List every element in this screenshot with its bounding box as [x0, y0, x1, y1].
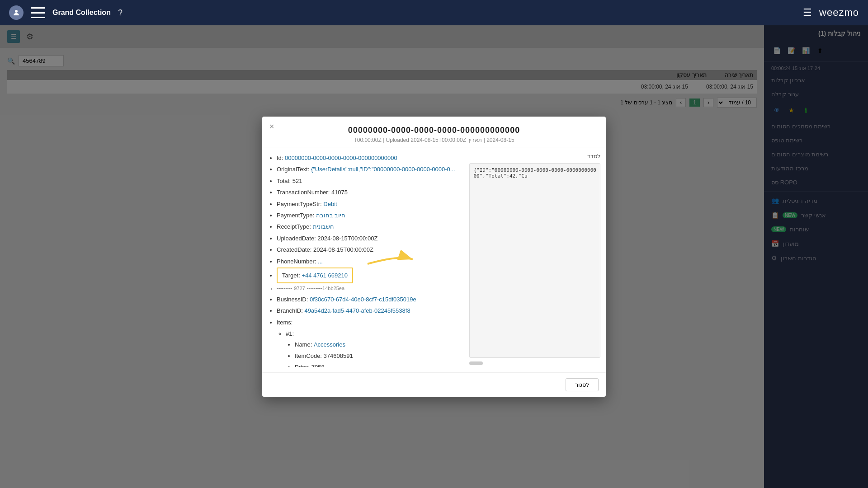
modal-body: Id: 00000000-0000-0000-0000-000000000000…: [262, 147, 606, 372]
item-1-code: ItemCode: 374608591: [295, 351, 464, 361]
json-label: לסדר: [469, 153, 600, 160]
navbar-right: ☰ weezmo: [803, 7, 859, 19]
modal-footer: לסגור: [262, 372, 606, 397]
field-business-id: BusinessID: 0f30c670-67d4-40e0-8cf7-c15d…: [277, 294, 464, 305]
hamburger-icon[interactable]: ☰: [803, 7, 812, 19]
field-created-date: CreatedDate: 2024-08-15T00:00:00Z: [277, 244, 464, 255]
json-text: {"ID":"00000000-0000-0000-0000-000000000…: [473, 167, 596, 179]
modal-json-panel: לסדר {"ID":"00000000-0000-0000-0000-0000…: [469, 153, 600, 367]
main-area: ☰ ⚙ 🔍 תאריך יצירה תאריך עסקון 15-אוג-24 …: [0, 25, 868, 488]
field-transaction-number: TransactionNumber: 41075: [277, 187, 464, 197]
field-id: Id: 00000000-0000-0000-0000-000000000000: [277, 153, 464, 163]
modal-close-btn[interactable]: ×: [269, 122, 274, 131]
receipt-modal: × 00000000-0000-0000-0000-000000000000 2…: [262, 117, 606, 397]
nav-title: Grand Collection: [52, 9, 111, 17]
item-1-name: Name: Accessories: [295, 339, 464, 350]
field-payment-type: PaymentType: חיוב בחובה: [277, 210, 464, 221]
json-scrollbar[interactable]: [469, 361, 600, 367]
field-payment-type-str: PaymentTypeStr: Debit: [277, 199, 464, 209]
json-content-box: {"ID":"00000000-0000-0000-0000-000000000…: [469, 163, 600, 358]
field-original-text: OriginalText: {"UserDetails":null,"ID":"…: [277, 164, 464, 174]
fields-list: Id: 00000000-0000-0000-0000-000000000000…: [268, 153, 464, 367]
nav-grid-icon[interactable]: [31, 7, 45, 18]
navbar: Grand Collection ? ☰ weezmo: [0, 0, 868, 25]
navbar-left: Grand Collection ?: [9, 5, 123, 20]
target-highlight-box: Target: +44 4761 669210: [277, 267, 353, 283]
weezmo-logo: weezmo: [819, 7, 859, 19]
help-icon[interactable]: ?: [118, 8, 123, 18]
modal-overlay: × 00000000-0000-0000-0000-000000000000 2…: [0, 25, 868, 488]
modal-detail-list: Id: 00000000-0000-0000-0000-000000000000…: [268, 153, 464, 367]
field-total: Total: 521: [277, 176, 464, 186]
items-list: #1: Name: Accessories ItemCode: 37460859…: [277, 328, 464, 367]
item-1-price: Price: 7058: [295, 362, 464, 367]
field-items: Items: #1: Name: Accessories ItemCode: 3…: [277, 317, 464, 367]
item-1-details: Name: Accessories ItemCode: 374608591 Pr…: [286, 339, 464, 367]
field-uploaded-date: UploadedDate: 2024-08-15T00:00:00Z: [277, 233, 464, 244]
modal-subtitle: 2024-08-15 | תאריך T00:00:00Z | Uploaded…: [273, 137, 595, 143]
close-modal-button[interactable]: לסגור: [566, 378, 599, 391]
svg-point-0: [15, 10, 18, 13]
avatar-icon[interactable]: [9, 5, 24, 20]
item-1: #1: Name: Accessories ItemCode: 37460859…: [286, 328, 464, 367]
field-target: Target: +44 4761 669210: [277, 267, 464, 283]
annotation-arrow: [363, 264, 417, 291]
field-branch-id: BranchID: 49a54d2a-fad5-4470-afeb-02245f…: [277, 305, 464, 316]
json-scrollbar-thumb: [469, 361, 483, 365]
modal-title: 00000000-0000-0000-0000-000000000000: [273, 126, 595, 135]
modal-header: 00000000-0000-0000-0000-000000000000 202…: [262, 117, 606, 147]
field-receipt-type: ReceiptType: חשבונית: [277, 221, 464, 232]
